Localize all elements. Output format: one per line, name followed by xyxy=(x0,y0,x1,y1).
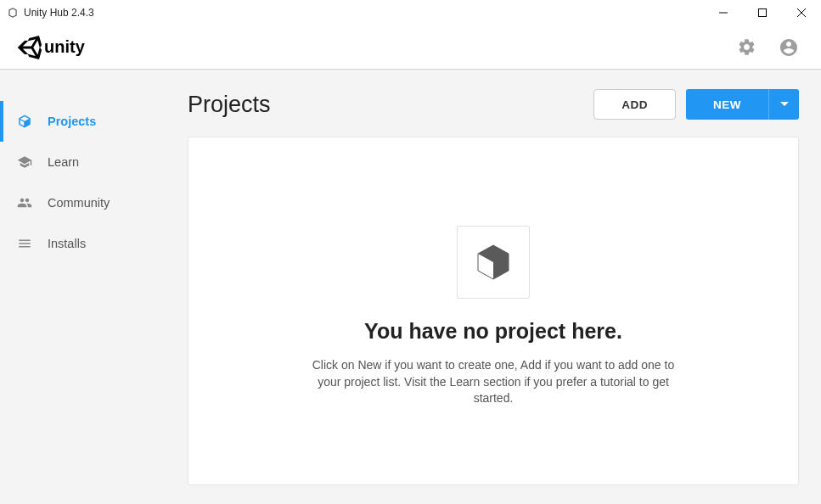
empty-title: You have no project here. xyxy=(364,319,622,344)
page-title: Projects xyxy=(188,92,271,118)
cube-icon xyxy=(17,114,32,129)
main-content: Projects ADD NEW You have no proj xyxy=(166,70,821,504)
sidebar-item-label: Community xyxy=(48,196,110,210)
community-icon xyxy=(17,195,32,210)
installs-icon xyxy=(17,236,32,251)
topbar-actions xyxy=(736,37,799,58)
empty-description: Click on New if you want to create one, … xyxy=(311,357,676,407)
sidebar-item-learn[interactable]: Learn xyxy=(0,142,166,182)
window-titlebar: Unity Hub 2.4.3 xyxy=(0,0,821,25)
empty-icon-box xyxy=(457,226,530,299)
close-button[interactable] xyxy=(782,0,821,25)
add-button[interactable]: ADD xyxy=(593,89,676,120)
app-body: Projects Learn Community Installs Projec… xyxy=(0,70,821,504)
svg-rect-1 xyxy=(759,9,767,17)
chevron-down-icon xyxy=(780,100,789,109)
sidebar-item-installs[interactable]: Installs xyxy=(0,223,166,264)
window-title: Unity Hub 2.4.3 xyxy=(24,7,94,19)
sidebar-item-label: Learn xyxy=(48,155,79,169)
account-icon xyxy=(779,37,799,58)
projects-empty-panel: You have no project here. Click on New i… xyxy=(188,137,799,485)
app-topbar: unity xyxy=(0,25,821,70)
unity-logo-icon xyxy=(17,35,42,60)
header-buttons: ADD NEW xyxy=(593,89,799,120)
new-button-group: NEW xyxy=(686,89,799,120)
unity-logo-text: unity xyxy=(44,37,85,57)
sidebar: Projects Learn Community Installs xyxy=(0,70,166,504)
new-dropdown-button[interactable] xyxy=(768,89,799,120)
app-icon xyxy=(7,7,19,19)
sidebar-item-projects[interactable]: Projects xyxy=(0,101,166,142)
learn-icon xyxy=(17,154,32,170)
cube-icon xyxy=(473,242,514,283)
sidebar-item-label: Projects xyxy=(48,115,96,128)
main-header: Projects ADD NEW xyxy=(188,89,799,120)
unity-logo: unity xyxy=(17,35,85,60)
maximize-button[interactable] xyxy=(743,0,782,25)
settings-button[interactable] xyxy=(736,37,756,58)
account-button[interactable] xyxy=(779,37,799,58)
sidebar-item-community[interactable]: Community xyxy=(0,182,166,223)
gear-icon xyxy=(737,37,756,57)
sidebar-item-label: Installs xyxy=(48,237,86,250)
minimize-button[interactable] xyxy=(704,0,743,25)
new-button[interactable]: NEW xyxy=(686,89,768,120)
window-controls xyxy=(704,0,821,25)
titlebar-left: Unity Hub 2.4.3 xyxy=(7,7,94,19)
